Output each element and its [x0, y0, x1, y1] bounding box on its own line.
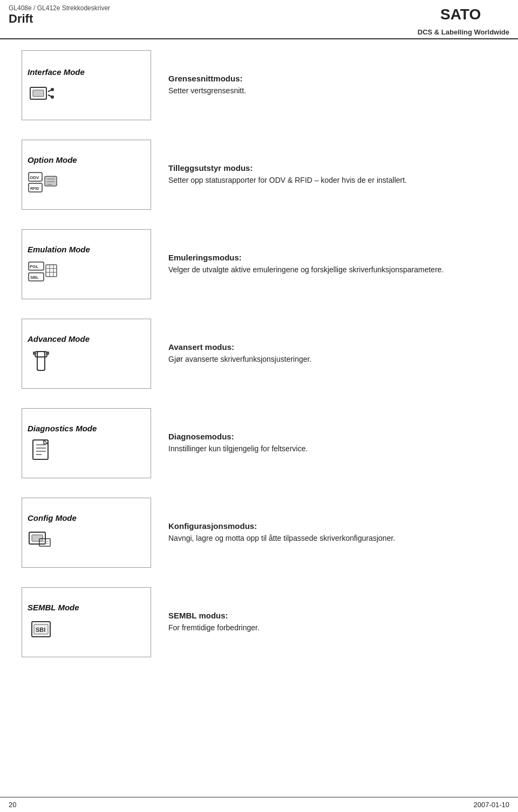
mode-row-emulation: Emulation Mode PGL SBL Emuleringsmodus:V… [22, 229, 496, 299]
mode-desc-title-interface: Grensesnittmodus: [168, 74, 496, 83]
mode-icon-advanced [28, 349, 54, 373]
mode-card-label-interface: Interface Mode [28, 67, 145, 77]
svg-rect-2 [33, 90, 44, 97]
mode-description-diagnostics: Diagnosemodus:Innstillinger kun tilgjeng… [168, 432, 496, 455]
mode-row-config: Config Mode Konfigurasjonsmodus:Navngi, … [22, 498, 496, 568]
svg-text:SATO: SATO [440, 6, 481, 23]
mode-desc-text-config: Navngi, lagre og motta opp til åtte tilp… [168, 533, 496, 544]
svg-rect-19 [46, 265, 57, 277]
logo-area: SATO DCS & Labelling Worldwide [418, 4, 509, 36]
mode-card-interface: Interface Mode [22, 50, 151, 120]
mode-icon-sembl: SBI [28, 617, 54, 642]
svg-text:PGL: PGL [30, 264, 39, 269]
svg-rect-37 [32, 535, 43, 541]
mode-card-config: Config Mode [22, 498, 151, 568]
mode-card-label-advanced: Advanced Mode [28, 334, 145, 343]
svg-rect-29 [46, 352, 49, 355]
mode-desc-title-config: Konfigurasjonsmodus: [168, 521, 496, 531]
mode-desc-text-option: Setter opp statusrapporter for ODV & RFI… [168, 175, 496, 186]
header-left: GL408e / GL412e Strekkodeskriver Drift [9, 4, 110, 26]
footer-page-number: 20 [9, 801, 16, 809]
mode-desc-title-emulation: Emuleringsmodus: [168, 253, 496, 262]
mode-icon-diagnostics [28, 438, 54, 463]
sato-logo-icon: SATO [439, 4, 509, 27]
mode-desc-title-diagnostics: Diagnosemodus: [168, 432, 496, 441]
mode-icon-interface [28, 82, 54, 104]
svg-point-6 [51, 95, 54, 99]
mode-desc-text-diagnostics: Innstillinger kun tilgjengelig for felts… [168, 443, 496, 455]
mode-icon-option: ODV RFID [28, 170, 60, 194]
mode-description-advanced: Avansert modus:Gjør avanserte skriverfun… [168, 342, 496, 365]
svg-point-4 [51, 88, 54, 91]
page-header: GL408e / GL412e Strekkodeskriver Drift S… [0, 0, 518, 39]
svg-text:SBI: SBI [36, 627, 45, 633]
mode-description-emulation: Emuleringsmodus:Velger de utvalgte aktiv… [168, 253, 496, 276]
mode-row-interface: Interface Mode Grensesnittmodus:Setter v… [22, 50, 496, 120]
mode-desc-text-interface: Setter vertsgrensesnitt. [168, 85, 496, 97]
mode-card-label-diagnostics: Diagnostics Mode [28, 424, 145, 433]
mode-desc-text-advanced: Gjør avanserte skriverfunksjonsjustering… [168, 354, 496, 365]
mode-row-diagnostics: Diagnostics Mode Diagnosemodus:Innstilli… [22, 408, 496, 478]
mode-description-option: Tilleggsutstyr modus:Setter opp statusra… [168, 163, 496, 186]
mode-desc-text-sembl: For fremtidige forbedringer. [168, 622, 496, 634]
mode-row-option: Option Mode ODV RFID Tilleggsutstyr modu… [22, 140, 496, 210]
mode-desc-text-emulation: Velger de utvalgte aktive emuleringene o… [168, 264, 496, 276]
mode-desc-title-advanced: Avansert modus: [168, 342, 496, 352]
page-title: Drift [9, 12, 110, 26]
mode-card-label-config: Config Mode [28, 513, 145, 522]
page-footer: 20 2007-01-10 [0, 797, 518, 812]
svg-text:ODV: ODV [30, 175, 39, 180]
modes-container: Interface Mode Grensesnittmodus:Setter v… [22, 50, 496, 657]
page-subtitle: GL408e / GL412e Strekkodeskriver [9, 4, 110, 12]
svg-rect-28 [33, 352, 36, 355]
mode-card-emulation: Emulation Mode PGL SBL [22, 229, 151, 299]
mode-desc-title-option: Tilleggsutstyr modus: [168, 163, 496, 173]
mode-card-sembl: SEMBL Mode SBI [22, 587, 151, 657]
svg-rect-30 [33, 440, 48, 459]
mode-row-sembl: SEMBL Mode SBI SEMBL modus:For fremtidig… [22, 587, 496, 657]
mode-card-label-emulation: Emulation Mode [28, 245, 145, 254]
mode-desc-title-sembl: SEMBL modus: [168, 611, 496, 620]
mode-card-diagnostics: Diagnostics Mode [22, 408, 151, 478]
mode-card-label-option: Option Mode [28, 155, 145, 164]
mode-description-config: Konfigurasjonsmodus:Navngi, lagre og mot… [168, 521, 496, 544]
mode-description-sembl: SEMBL modus:For fremtidige forbedringer. [168, 611, 496, 634]
mode-icon-config [28, 528, 57, 552]
footer-date: 2007-01-10 [474, 801, 510, 809]
mode-description-interface: Grensesnittmodus:Setter vertsgrensesnitt… [168, 74, 496, 97]
logo-text: DCS & Labelling Worldwide [418, 28, 509, 36]
mode-card-option: Option Mode ODV RFID [22, 140, 151, 210]
mode-row-advanced: Advanced Mode Avansert modus:Gjør avanse… [22, 319, 496, 389]
mode-card-label-sembl: SEMBL Mode [28, 603, 145, 612]
svg-text:RFID: RFID [30, 187, 39, 190]
mode-card-advanced: Advanced Mode [22, 319, 151, 389]
main-content: Interface Mode Grensesnittmodus:Setter v… [0, 39, 518, 687]
svg-text:SBL: SBL [30, 275, 39, 280]
mode-icon-emulation: PGL SBL [28, 259, 60, 284]
svg-rect-24 [37, 352, 45, 370]
